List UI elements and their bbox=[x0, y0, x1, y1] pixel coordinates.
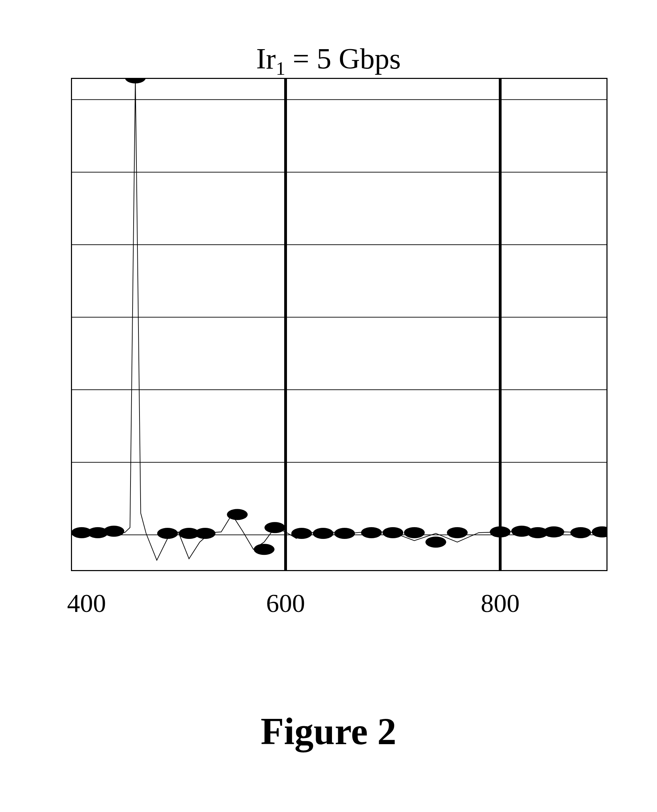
svg-point-27 bbox=[490, 526, 511, 538]
figure-caption: Figure 2 bbox=[0, 709, 657, 753]
svg-point-23 bbox=[383, 527, 403, 538]
svg-rect-33 bbox=[71, 78, 607, 571]
svg-point-15 bbox=[195, 528, 216, 539]
svg-point-25 bbox=[425, 537, 446, 548]
svg-point-24 bbox=[404, 527, 425, 538]
chart-frame bbox=[71, 78, 607, 571]
svg-point-13 bbox=[157, 528, 178, 539]
svg-point-31 bbox=[570, 527, 591, 538]
svg-point-17 bbox=[254, 544, 274, 555]
x-tick-600: 600 bbox=[266, 588, 305, 618]
svg-point-20 bbox=[313, 528, 334, 539]
x-tick-800: 800 bbox=[481, 588, 520, 618]
svg-point-18 bbox=[265, 522, 285, 533]
svg-point-16 bbox=[227, 509, 248, 520]
chart-title: Ir1 = 5 Gbps bbox=[0, 42, 657, 79]
svg-point-22 bbox=[361, 527, 382, 538]
chart-line-series bbox=[71, 78, 607, 560]
svg-point-26 bbox=[447, 527, 468, 538]
x-tick-400: 400 bbox=[67, 588, 106, 618]
page: Ir1 = 5 Gbps 0 0.1 0.2 0.3 0.4 0.5 0.6 4… bbox=[0, 0, 657, 812]
svg-point-21 bbox=[335, 528, 355, 539]
svg-point-30 bbox=[543, 526, 564, 538]
svg-point-11 bbox=[103, 526, 124, 537]
chart-plot bbox=[71, 78, 607, 571]
svg-point-32 bbox=[592, 526, 608, 538]
chart-markers bbox=[71, 78, 607, 555]
chart-gridlines bbox=[71, 100, 607, 535]
svg-point-19 bbox=[291, 528, 312, 539]
chart-reference-lines bbox=[286, 78, 500, 571]
